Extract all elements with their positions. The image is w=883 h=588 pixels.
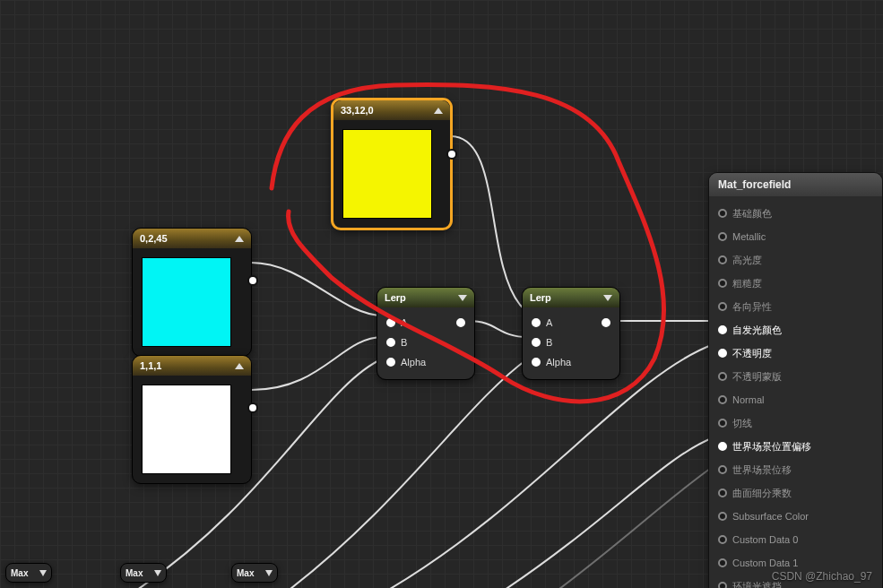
material-input-wpo[interactable]: 世界场景位置偏移	[718, 435, 873, 458]
pin-label: 不透明蒙版	[732, 370, 782, 384]
input-pin-b[interactable]	[386, 338, 395, 347]
input-pin[interactable]	[718, 372, 727, 381]
material-input-roughness[interactable]: 粗糙度	[718, 272, 873, 295]
input-pin-alpha[interactable]	[386, 358, 395, 367]
pin-label: 高光度	[732, 254, 762, 267]
input-pin[interactable]	[718, 419, 727, 428]
pin-label: B	[401, 337, 465, 348]
collapse-icon[interactable]	[458, 295, 467, 301]
material-input-specular[interactable]: 高光度	[718, 248, 873, 272]
collapse-icon[interactable]	[434, 108, 443, 114]
pin-label: Custom Data 0	[732, 534, 798, 545]
input-pin[interactable]	[718, 535, 727, 544]
node-title: 1,1,1	[140, 360, 161, 371]
input-pin[interactable]	[718, 209, 727, 218]
input-pin[interactable]	[718, 255, 727, 264]
output-pin[interactable]	[456, 318, 465, 327]
pin-label: A	[546, 317, 596, 328]
input-pin[interactable]	[718, 558, 727, 567]
collapse-icon[interactable]	[39, 570, 47, 576]
output-pin[interactable]	[247, 402, 258, 413]
input-pin[interactable]	[718, 512, 727, 521]
node-constant-white[interactable]: 1,1,1	[132, 355, 252, 484]
input-pin[interactable]	[718, 349, 727, 358]
material-input-opacity[interactable]: 不透明度	[718, 342, 873, 365]
node-header[interactable]: Mat_forcefield	[709, 173, 882, 196]
input-pin[interactable]	[718, 465, 727, 474]
pin-label: Metallic	[732, 231, 766, 242]
material-input-wd[interactable]: 世界场景位移	[718, 458, 873, 481]
input-pin[interactable]	[718, 279, 727, 288]
pin-label: Alpha	[546, 357, 610, 368]
color-swatch	[142, 257, 231, 347]
collapse-icon[interactable]	[235, 363, 244, 369]
node-lerp-1[interactable]: Lerp A B Alpha	[377, 287, 475, 380]
node-title: Max	[126, 568, 143, 578]
node-title: Mat_forcefield	[718, 178, 791, 191]
color-swatch	[342, 129, 432, 219]
material-input-tangent[interactable]: 切线	[718, 411, 873, 435]
node-title: 33,12,0	[341, 105, 374, 116]
input-pin[interactable]	[718, 489, 727, 497]
material-input-base_color[interactable]: 基础颜色	[718, 202, 873, 225]
pin-label: 世界场景位置偏移	[732, 440, 811, 454]
node-max-3[interactable]: Max	[231, 563, 278, 583]
node-max-1[interactable]: Max	[5, 563, 52, 583]
output-pin[interactable]	[247, 275, 258, 286]
input-pin-a[interactable]	[532, 318, 541, 327]
node-constant-cyan[interactable]: 0,2,45	[132, 228, 252, 357]
material-input-emissive[interactable]: 自发光颜色	[718, 318, 873, 342]
material-input-tess[interactable]: 曲面细分乘数	[718, 481, 873, 505]
pin-label: 不透明度	[732, 347, 772, 360]
material-input-normal[interactable]: Normal	[718, 388, 873, 411]
node-title: Lerp	[530, 292, 551, 303]
node-header[interactable]: Lerp	[377, 288, 474, 307]
node-header[interactable]: Lerp	[523, 288, 619, 307]
node-title: Max	[11, 568, 28, 578]
node-title: 0,2,45	[140, 233, 168, 244]
node-constant-yellow[interactable]: 33,12,0	[332, 99, 452, 229]
input-pin[interactable]	[718, 302, 727, 311]
input-pin-a[interactable]	[386, 318, 395, 327]
pin-label: Normal	[732, 394, 764, 405]
pin-label: 粗糙度	[732, 277, 762, 290]
collapse-icon[interactable]	[235, 236, 244, 242]
input-pin[interactable]	[718, 582, 727, 588]
node-header[interactable]: 0,2,45	[133, 229, 251, 248]
node-lerp-2[interactable]: Lerp A B Alpha	[522, 287, 620, 380]
material-input-metallic[interactable]: Metallic	[718, 225, 873, 248]
output-pin[interactable]	[446, 149, 457, 160]
node-material-output[interactable]: Mat_forcefield 基础颜色Metallic高光度粗糙度各向异性自发光…	[708, 172, 883, 588]
material-input-subsurface[interactable]: Subsurface Color	[718, 505, 873, 528]
node-header[interactable]: 1,1,1	[133, 356, 251, 376]
node-title: Max	[237, 568, 254, 578]
pin-label: 切线	[732, 417, 752, 430]
collapse-icon[interactable]	[154, 570, 161, 576]
pin-label: B	[546, 337, 610, 348]
input-pin-b[interactable]	[532, 338, 541, 347]
input-pin[interactable]	[718, 232, 727, 241]
pin-label: Custom Data 1	[732, 558, 798, 568]
node-title: Lerp	[385, 292, 406, 303]
pin-label: 各向异性	[732, 300, 772, 314]
pin-label: 曲面细分乘数	[732, 487, 792, 500]
node-max-2[interactable]: Max	[120, 563, 167, 583]
collapse-icon[interactable]	[265, 570, 273, 576]
pin-label: 基础颜色	[732, 207, 772, 220]
pin-label: Alpha	[401, 357, 465, 368]
material-input-custom0[interactable]: Custom Data 0	[718, 528, 873, 551]
material-input-anisotropy[interactable]: 各向异性	[718, 295, 873, 318]
color-swatch	[142, 385, 231, 474]
pin-label: 自发光颜色	[732, 324, 782, 337]
pin-label: A	[401, 317, 451, 328]
output-pin[interactable]	[602, 318, 610, 327]
input-pin[interactable]	[718, 395, 727, 404]
input-pin[interactable]	[718, 325, 727, 334]
material-input-opacity_mask[interactable]: 不透明蒙版	[718, 365, 873, 388]
collapse-icon[interactable]	[603, 295, 612, 301]
input-pin-alpha[interactable]	[532, 358, 541, 367]
pin-label: 世界场景位移	[732, 463, 792, 477]
node-header[interactable]: 33,12,0	[333, 100, 450, 120]
input-pin[interactable]	[718, 442, 727, 451]
watermark-text: CSDN @Zhichao_97	[772, 570, 872, 583]
